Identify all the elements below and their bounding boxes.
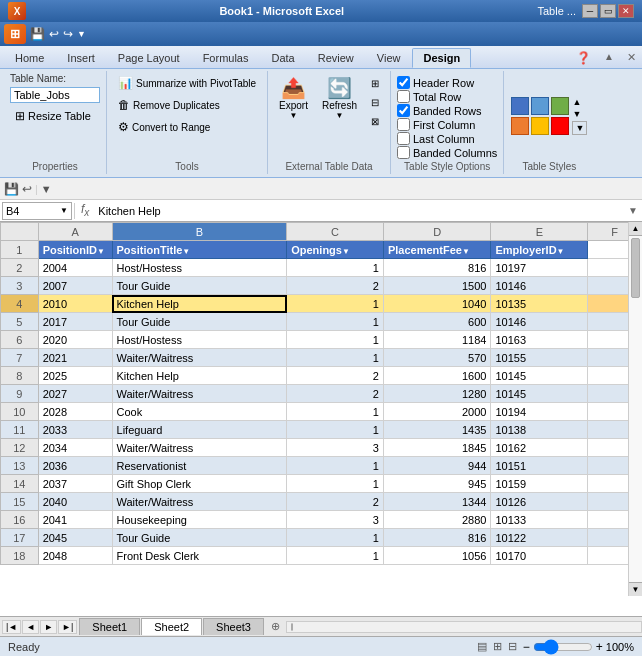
th-placementfee[interactable]: PlacementFee▼ (383, 241, 491, 259)
qa-btn2[interactable]: ↩ (22, 182, 32, 196)
cell-E5[interactable]: 10146 (491, 313, 588, 331)
style-swatch-1[interactable] (511, 97, 529, 115)
first-col-check[interactable]: First Column (397, 118, 475, 131)
cell-E8[interactable]: 10145 (491, 367, 588, 385)
table-row[interactable]: 18 2048 Front Desk Clerk 1 1056 10170 (1, 547, 642, 565)
cell-B15[interactable]: Waiter/Waitress (112, 493, 287, 511)
table-row[interactable]: 12 2034 Waiter/Waitress 3 1845 10162 (1, 439, 642, 457)
insert-sheet-button[interactable]: ⊕ (265, 618, 286, 635)
cell-A5[interactable]: 2017 (38, 313, 112, 331)
zoom-in-button[interactable]: + (596, 640, 603, 654)
cell-A7[interactable]: 2021 (38, 349, 112, 367)
style-swatch-5[interactable] (531, 117, 549, 135)
cell-C7[interactable]: 1 (287, 349, 384, 367)
refresh-dropdown-arrow[interactable]: ▼ (336, 111, 344, 120)
col-header-A[interactable]: A (38, 223, 112, 241)
table-row[interactable]: 11 2033 Lifeguard 1 1435 10138 (1, 421, 642, 439)
table-row[interactable]: 16 2041 Housekeeping 3 2880 10133 (1, 511, 642, 529)
styles-more-button[interactable]: ▼ (572, 121, 587, 135)
table-row[interactable]: 6 2020 Host/Hostess 1 1184 10163 (1, 331, 642, 349)
qat-undo[interactable]: ↩ (49, 27, 59, 41)
total-row-check[interactable]: Total Row (397, 90, 461, 103)
cell-A6[interactable]: 2020 (38, 331, 112, 349)
cell-B11[interactable]: Lifeguard (112, 421, 287, 439)
col-header-B[interactable]: B (112, 223, 287, 241)
cell-E12[interactable]: 10162 (491, 439, 588, 457)
resize-table-button[interactable]: ⊞ Resize Table (10, 106, 96, 126)
banded-cols-checkbox[interactable] (397, 146, 410, 159)
cell-B4[interactable]: Kitchen Help (112, 295, 287, 313)
sheet-tab-3[interactable]: Sheet3 (203, 618, 264, 635)
export-button[interactable]: 📤 Export ▼ (274, 73, 313, 123)
table-row[interactable]: 8 2025 Kitchen Help 2 1600 10145 (1, 367, 642, 385)
openings-dropdown[interactable]: ▼ (342, 247, 350, 256)
cell-A3[interactable]: 2007 (38, 277, 112, 295)
qa-btn3[interactable]: ▼ (41, 183, 52, 195)
sheet-prev-button[interactable]: ◄ (22, 620, 39, 634)
sheet-last-button[interactable]: ►| (58, 620, 77, 634)
cell-D17[interactable]: 816 (383, 529, 491, 547)
table-row[interactable]: 3 2007 Tour Guide 2 1500 10146 (1, 277, 642, 295)
cell-A11[interactable]: 2033 (38, 421, 112, 439)
total-row-checkbox[interactable] (397, 90, 410, 103)
summarize-pivottable-button[interactable]: 📊 Summarize with PivotTable (113, 73, 261, 93)
cell-E11[interactable]: 10138 (491, 421, 588, 439)
cell-D2[interactable]: 816 (383, 259, 491, 277)
cell-A10[interactable]: 2028 (38, 403, 112, 421)
table-row[interactable]: 15 2040 Waiter/Waitress 2 1344 10126 (1, 493, 642, 511)
tab-view[interactable]: View (366, 48, 412, 68)
cell-D6[interactable]: 1184 (383, 331, 491, 349)
qat-save[interactable]: 💾 (30, 27, 45, 41)
cell-D3[interactable]: 1500 (383, 277, 491, 295)
cell-A18[interactable]: 2048 (38, 547, 112, 565)
office-logo[interactable]: X (8, 2, 26, 20)
styles-down-arrow[interactable]: ▼ (572, 109, 587, 119)
cell-D13[interactable]: 944 (383, 457, 491, 475)
cell-C10[interactable]: 1 (287, 403, 384, 421)
table-row[interactable]: 14 2037 Gift Shop Clerk 1 945 10159 (1, 475, 642, 493)
col-header-C[interactable]: C (287, 223, 384, 241)
cell-C3[interactable]: 2 (287, 277, 384, 295)
cell-C12[interactable]: 3 (287, 439, 384, 457)
cell-E10[interactable]: 10194 (491, 403, 588, 421)
cell-reference-box[interactable]: B4 ▼ (2, 202, 72, 220)
help-button[interactable]: ❓ (570, 48, 597, 68)
cell-C13[interactable]: 1 (287, 457, 384, 475)
table-row[interactable]: 5 2017 Tour Guide 1 600 10146 (1, 313, 642, 331)
external-btn2[interactable]: ⊟ (366, 94, 384, 111)
cell-C6[interactable]: 1 (287, 331, 384, 349)
external-btn3[interactable]: ⊠ (366, 113, 384, 130)
h-scroll-thumb[interactable] (291, 623, 293, 631)
external-btn1[interactable]: ⊞ (366, 75, 384, 92)
cell-A14[interactable]: 2037 (38, 475, 112, 493)
formula-expand-button[interactable]: ▼ (626, 205, 640, 216)
cell-B7[interactable]: Waiter/Waitress (112, 349, 287, 367)
table-name-input[interactable] (10, 87, 100, 103)
cell-B10[interactable]: Cook (112, 403, 287, 421)
cell-C14[interactable]: 1 (287, 475, 384, 493)
zoom-out-button[interactable]: − (523, 640, 530, 654)
cell-B2[interactable]: Host/Hostess (112, 259, 287, 277)
remove-duplicates-button[interactable]: 🗑 Remove Duplicates (113, 95, 225, 115)
header-row-check[interactable]: Header Row (397, 76, 474, 89)
table-row[interactable]: 13 2036 Reservationist 1 944 10151 (1, 457, 642, 475)
scroll-down-button[interactable]: ▼ (629, 582, 642, 596)
cell-D4[interactable]: 1040 (383, 295, 491, 313)
qa-btn1[interactable]: 💾 (4, 182, 19, 196)
cell-C4[interactable]: 1 (287, 295, 384, 313)
page-layout-view-button[interactable]: ⊞ (491, 640, 504, 653)
cell-D12[interactable]: 1845 (383, 439, 491, 457)
cell-B18[interactable]: Front Desk Clerk (112, 547, 287, 565)
table-row[interactable]: 2 2004 Host/Hostess 1 816 10197 (1, 259, 642, 277)
close-button[interactable]: ✕ (618, 4, 634, 18)
cell-B14[interactable]: Gift Shop Clerk (112, 475, 287, 493)
qat-dropdown[interactable]: ▼ (77, 29, 86, 39)
cell-D16[interactable]: 2880 (383, 511, 491, 529)
sheet-first-button[interactable]: |◄ (2, 620, 21, 634)
sheet-tab-2[interactable]: Sheet2 (141, 618, 202, 635)
tab-review[interactable]: Review (307, 48, 365, 68)
cell-E18[interactable]: 10170 (491, 547, 588, 565)
cell-A2[interactable]: 2004 (38, 259, 112, 277)
cell-B5[interactable]: Tour Guide (112, 313, 287, 331)
cell-D7[interactable]: 570 (383, 349, 491, 367)
